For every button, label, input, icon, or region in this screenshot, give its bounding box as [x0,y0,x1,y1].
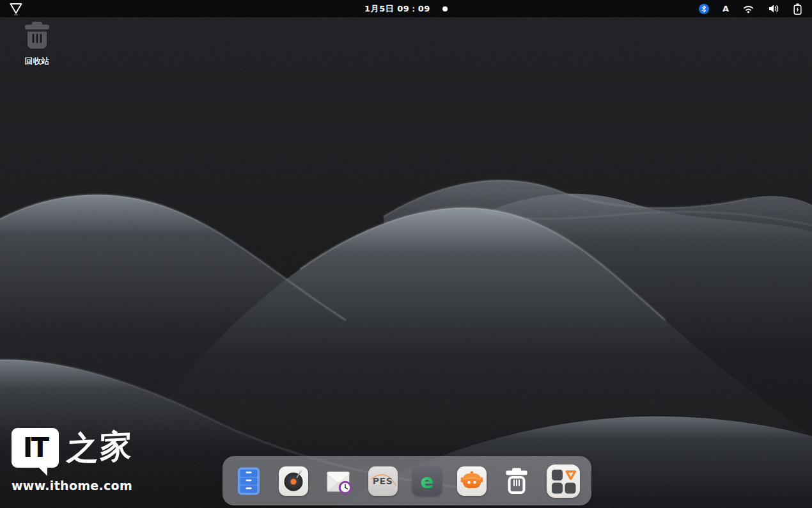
clock[interactable]: 1月5日 09：09 [364,3,430,15]
desktop-screen: 1月5日 09：09 A [0,0,812,508]
dock-item-file-manager[interactable] [234,466,263,496]
bluetooth-icon[interactable] [699,4,709,14]
ithome-logo-cn: 之家 [66,426,134,468]
volume-icon[interactable] [768,4,780,13]
recording-indicator-dot [442,6,448,12]
dock-item-ai-assistant[interactable] [457,466,487,496]
dock-item-mail[interactable] [324,466,353,496]
menu-bar: 1月5日 09：09 A [0,0,812,17]
recycle-bin-label: 回收站 [25,56,50,67]
dock-item-pes[interactable]: PES [368,466,398,496]
dock: PES e [223,456,591,505]
grid-triangle-icon [547,464,580,498]
svg-text:e: e [421,470,434,493]
battery-charging-icon[interactable] [793,3,802,15]
dock-item-browser[interactable]: e [412,466,442,496]
wifi-icon[interactable] [742,4,754,13]
openkylin-logo-icon [8,2,24,16]
input-method-indicator[interactable]: A [722,4,729,13]
ithome-url: www.ithome.com [12,479,133,493]
system-menu[interactable] [8,2,24,16]
trash-icon [20,19,54,52]
desktop-recycle-bin[interactable]: 回收站 [12,19,63,67]
envelope-clock-icon [324,466,353,496]
dock-item-trash[interactable] [502,466,531,496]
robot-icon [457,466,487,496]
dock-item-music-player[interactable] [279,466,308,496]
ithome-watermark: IT 之家 www.ithome.com [12,428,133,493]
ithome-logo-text: IT [23,434,47,461]
system-tray: A [699,3,802,15]
pes-label: PES [373,476,393,486]
dock-item-app-launcher[interactable] [547,464,580,498]
file-cabinet-icon [236,466,262,496]
vinyl-record-icon [279,466,308,496]
green-e-icon: e [412,466,442,496]
speech-bubble-tail [38,466,47,476]
trash-icon [503,467,531,495]
ithome-logo: IT [12,428,59,468]
